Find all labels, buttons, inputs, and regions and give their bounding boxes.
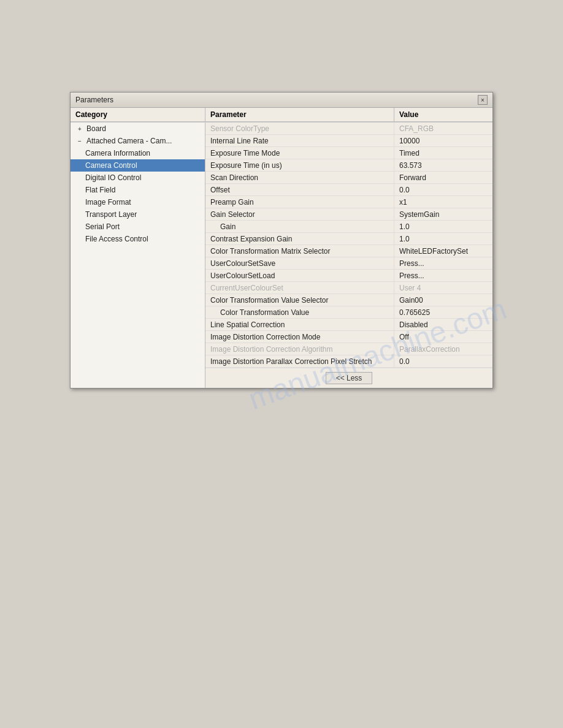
parameters-window: Parameters × Category Parameter Value +B…: [70, 92, 493, 389]
table-row: Color Transformation Value SelectorGain0…: [205, 294, 492, 306]
param-name-12[interactable]: UserColourSetLoad: [205, 270, 394, 281]
table-row: Image Distortion Parallax Correction Pix…: [205, 355, 492, 368]
table-row: Sensor ColorTypeCFA_RGB: [205, 123, 492, 135]
param-name-18: Image Distortion Correction Algorithm: [205, 343, 394, 355]
less-button[interactable]: << Less: [326, 372, 373, 384]
table-row: Image Distortion Correction AlgorithmPar…: [205, 343, 492, 355]
param-value-19[interactable]: 0.0: [394, 355, 492, 367]
param-name-17[interactable]: Image Distortion Correction Mode: [205, 331, 394, 343]
sidebar-label-flat-field: Flat Field: [85, 186, 115, 194]
param-name-15[interactable]: Color Transformation Value: [205, 306, 394, 318]
sidebar-label-transport-layer: Transport Layer: [85, 210, 137, 219]
param-name-2[interactable]: Exposure Time Mode: [205, 147, 394, 159]
param-name-16[interactable]: Line Spatial Correction: [205, 319, 394, 330]
param-name-6[interactable]: Preamp Gain: [205, 196, 394, 208]
table-row: Image Distortion Correction ModeOff: [205, 331, 492, 343]
table-row: Offset0.0: [205, 184, 492, 196]
param-value-11[interactable]: Press...: [394, 257, 492, 269]
param-name-10[interactable]: Color Transformation Matrix Selector: [205, 245, 394, 257]
expand-icon-attached-camera[interactable]: −: [75, 138, 84, 145]
sidebar-label-file-access-control: File Access Control: [85, 235, 148, 243]
param-value-9[interactable]: 1.0: [394, 233, 492, 245]
window-title: Parameters: [75, 96, 113, 104]
param-value-16[interactable]: Disabled: [394, 319, 492, 330]
param-value-2[interactable]: Timed: [394, 147, 492, 159]
header-value: Value: [394, 108, 492, 121]
sidebar-label-camera-information: Camera Information: [85, 149, 150, 157]
param-value-14[interactable]: Gain00: [394, 294, 492, 306]
param-name-14[interactable]: Color Transformation Value Selector: [205, 294, 394, 306]
table-row: UserColourSetSavePress...: [205, 257, 492, 270]
param-name-4[interactable]: Scan Direction: [205, 172, 394, 183]
sidebar-item-digital-io-control[interactable]: Digital IO Control: [71, 172, 205, 184]
param-value-6[interactable]: x1: [394, 196, 492, 208]
table-header: Category Parameter Value: [71, 108, 492, 122]
param-name-0: Sensor ColorType: [205, 123, 394, 134]
param-value-10[interactable]: WhiteLEDFactorySet: [394, 245, 492, 257]
param-value-13: User 4: [394, 282, 492, 294]
main-content: +Board−Attached Camera - Cam...Camera In…: [71, 122, 492, 388]
param-name-11[interactable]: UserColourSetSave: [205, 257, 394, 269]
sidebar-label-image-format: Image Format: [85, 198, 131, 207]
sidebar-item-transport-layer[interactable]: Transport Layer: [71, 208, 205, 221]
param-value-18: ParallaxCorrection: [394, 343, 492, 355]
param-value-15[interactable]: 0.765625: [394, 306, 492, 318]
less-button-row: << Less: [205, 368, 492, 388]
table-row: Scan DirectionForward: [205, 172, 492, 184]
table-row: Internal Line Rate10000: [205, 135, 492, 147]
sidebar-item-camera-control[interactable]: Camera Control: [71, 159, 205, 172]
param-value-4[interactable]: Forward: [394, 172, 492, 183]
param-name-1[interactable]: Internal Line Rate: [205, 135, 394, 146]
sidebar-item-board[interactable]: +Board: [71, 123, 205, 135]
sidebar-label-camera-control: Camera Control: [85, 161, 137, 170]
table-row: Exposure Time ModeTimed: [205, 147, 492, 159]
expand-icon-board[interactable]: +: [75, 126, 84, 132]
table-row: Gain SelectorSystemGain: [205, 208, 492, 221]
sidebar-item-flat-field[interactable]: Flat Field: [71, 184, 205, 196]
table-row: UserColourSetLoadPress...: [205, 270, 492, 282]
param-name-7[interactable]: Gain Selector: [205, 208, 394, 220]
sidebar-label-serial-port: Serial Port: [85, 222, 120, 231]
parameter-table: Sensor ColorTypeCFA_RGBInternal Line Rat…: [205, 123, 492, 388]
param-name-9[interactable]: Contrast Expansion Gain: [205, 233, 394, 245]
param-value-17[interactable]: Off: [394, 331, 492, 343]
param-name-19[interactable]: Image Distortion Parallax Correction Pix…: [205, 355, 394, 367]
table-row: Exposure Time (in us)63.573: [205, 159, 492, 172]
sidebar-label-board: Board: [86, 124, 106, 133]
table-row: Preamp Gainx1: [205, 196, 492, 208]
table-row: Gain1.0: [205, 221, 492, 233]
header-category: Category: [71, 108, 205, 121]
table-row: Contrast Expansion Gain1.0: [205, 233, 492, 245]
table-row: Color Transformation Value0.765625: [205, 306, 492, 319]
sidebar-label-attached-camera: Attached Camera - Cam...: [86, 137, 172, 145]
param-value-12[interactable]: Press...: [394, 270, 492, 281]
header-parameter: Parameter: [205, 108, 394, 121]
title-bar: Parameters ×: [71, 93, 492, 108]
param-name-5[interactable]: Offset: [205, 184, 394, 195]
sidebar-item-camera-information[interactable]: Camera Information: [71, 147, 205, 159]
sidebar-item-serial-port[interactable]: Serial Port: [71, 221, 205, 233]
sidebar-label-digital-io-control: Digital IO Control: [85, 173, 141, 182]
sidebar-item-attached-camera[interactable]: −Attached Camera - Cam...: [71, 135, 205, 147]
close-button[interactable]: ×: [478, 95, 488, 105]
param-value-1[interactable]: 10000: [394, 135, 492, 146]
sidebar-item-file-access-control[interactable]: File Access Control: [71, 233, 205, 245]
param-value-5[interactable]: 0.0: [394, 184, 492, 195]
param-value-8[interactable]: 1.0: [394, 221, 492, 232]
param-name-3[interactable]: Exposure Time (in us): [205, 159, 394, 171]
param-name-13: CurrentUserColourSet: [205, 282, 394, 294]
param-name-8[interactable]: Gain: [205, 221, 394, 232]
table-row: CurrentUserColourSetUser 4: [205, 282, 492, 294]
param-value-3[interactable]: 63.573: [394, 159, 492, 171]
param-value-0: CFA_RGB: [394, 123, 492, 134]
sidebar-item-image-format[interactable]: Image Format: [71, 196, 205, 208]
table-row: Color Transformation Matrix SelectorWhit…: [205, 245, 492, 257]
param-value-7[interactable]: SystemGain: [394, 208, 492, 220]
sidebar: +Board−Attached Camera - Cam...Camera In…: [71, 123, 205, 388]
table-row: Line Spatial CorrectionDisabled: [205, 319, 492, 331]
